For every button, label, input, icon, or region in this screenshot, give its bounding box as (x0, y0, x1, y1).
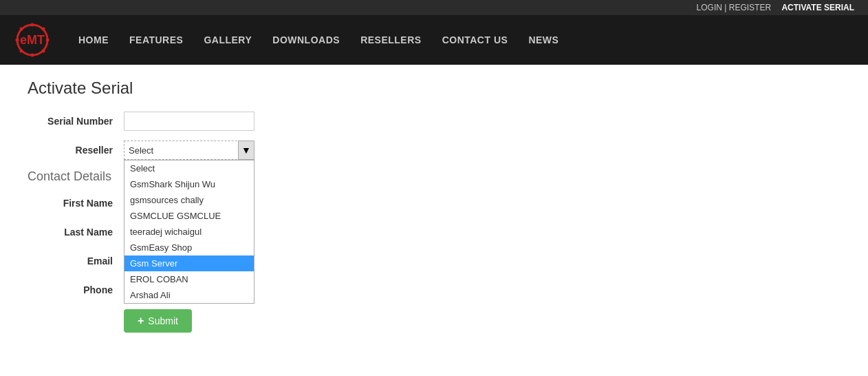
chevron-down-icon: ▼ (241, 145, 251, 156)
submit-button[interactable]: + Submit (124, 309, 192, 333)
serial-number-label: Serial Number (28, 116, 124, 127)
reseller-dropdown-arrow[interactable]: ▼ (238, 140, 254, 160)
nav-home[interactable]: HOME (78, 32, 109, 48)
reseller-row: Reseller Select ▼ Select GsmShark Shijun… (28, 140, 840, 160)
reseller-label: Reseller (28, 145, 124, 156)
nav-downloads[interactable]: DOWNLOADS (272, 32, 340, 48)
last-name-label: Last Name (28, 227, 124, 238)
phone-label: Phone (28, 284, 124, 295)
top-bar: LOGIN | REGISTER ACTIVATE SERIAL (0, 0, 868, 15)
nav-links: HOME FEATURES GALLERY DOWNLOADS RESELLER… (78, 34, 558, 45)
login-link[interactable]: LOGIN (697, 3, 722, 12)
dropdown-item-gsmshark[interactable]: GsmShark Shijun Wu (124, 176, 254, 192)
svg-point-3 (31, 54, 34, 57)
nav-contact-us[interactable]: CONTACT US (442, 32, 508, 48)
dropdown-item-gsmserver[interactable]: Gsm Server (124, 255, 254, 271)
svg-point-2 (31, 23, 34, 27)
reseller-selected-text: Select (129, 145, 153, 156)
svg-point-5 (46, 39, 50, 42)
svg-point-4 (16, 39, 19, 42)
email-label: Email (28, 255, 124, 267)
svg-point-6 (20, 28, 23, 31)
register-link[interactable]: REGISTER (729, 3, 771, 12)
dropdown-item-gsmeasy[interactable]: GsmEasy Shop (124, 240, 254, 255)
nav-gallery[interactable]: GALLERY (204, 32, 252, 48)
nav-features[interactable]: FEATURES (129, 32, 183, 48)
activate-serial-link[interactable]: ACTIVATE SERIAL (781, 3, 854, 12)
nav-news[interactable]: NEWS (528, 32, 558, 48)
logo-icon: eMT (14, 21, 51, 59)
svg-text:eMT: eMT (20, 33, 45, 47)
nav-resellers[interactable]: RESELLERS (360, 32, 422, 48)
dropdown-item-gsmsources[interactable]: gsmsources chally (124, 192, 254, 208)
dropdown-item-arshad[interactable]: Arshad Ali (124, 287, 254, 303)
svg-point-7 (42, 28, 45, 31)
dropdown-item-select[interactable]: Select (124, 160, 254, 176)
page-title: Activate Serial (28, 79, 840, 98)
navbar: eMT HOME FEATURES GALLERY DOWNLOADS RESE… (0, 15, 868, 65)
serial-number-input[interactable] (124, 112, 254, 131)
svg-point-8 (20, 50, 23, 53)
first-name-label: First Name (28, 198, 124, 209)
serial-number-row: Serial Number (28, 112, 840, 131)
svg-point-9 (42, 50, 45, 53)
dropdown-item-gsmclue[interactable]: GSMCLUE GSMCLUE (124, 208, 254, 224)
logo: eMT (14, 21, 51, 59)
reseller-display[interactable]: Select (124, 140, 254, 160)
dropdown-item-teeradej[interactable]: teeradej wichaigul (124, 224, 254, 240)
dropdown-item-erol[interactable]: EROL COBAN (124, 271, 254, 287)
plus-icon: + (138, 315, 144, 327)
main-content: Activate Serial Serial Number Reseller S… (0, 65, 868, 360)
reseller-dropdown-list: Select GsmShark Shijun Wu gsmsources cha… (124, 160, 254, 304)
reseller-wrapper: Select ▼ Select GsmShark Shijun Wu gsmso… (124, 140, 254, 160)
submit-label: Submit (148, 315, 178, 326)
